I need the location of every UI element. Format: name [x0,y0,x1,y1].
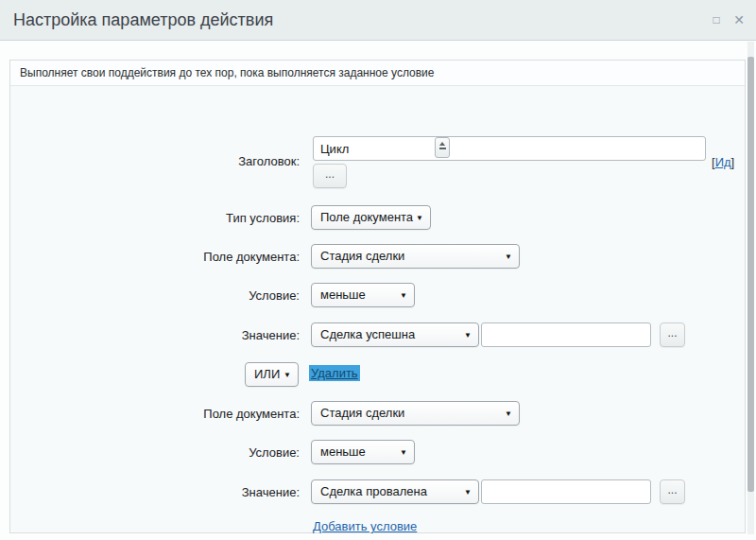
id-link-wrap: [Ид] [712,155,734,169]
cond2-field-label: Поле документа: [10,407,300,421]
cond1-field-value: Стадия сделки [320,249,404,263]
cond2-operator-select[interactable]: меньше▼ [311,440,415,464]
cond2-field-select[interactable]: Стадия сделки▼ [311,401,520,426]
arrow-up-icon [439,142,445,146]
insert-value-icon[interactable] [435,137,450,158]
vertical-scrollbar[interactable] [747,42,754,534]
cond1-field-select[interactable]: Стадия сделки▼ [311,244,520,269]
chevron-down-icon: ▼ [505,402,512,426]
header-label: Заголовок: [10,154,300,168]
settings-panel: Выполняет свои поддействия до тех пор, п… [9,60,746,533]
delete-condition-link[interactable]: Удалить [309,365,360,381]
header-input[interactable] [313,136,706,161]
chevron-down-icon: ▼ [464,323,472,347]
maximize-icon[interactable]: □ [707,0,726,40]
cond2-value-select-text: Сделка провалена [320,484,427,498]
chevron-down-icon: ▼ [416,206,423,230]
dialog-titlebar: Настройка параметров действия □ ✕ [0,0,756,41]
cond1-value-label: Значение: [10,328,300,342]
cond2-operator-value: меньше [320,444,366,459]
chevron-down-icon: ▼ [400,441,407,464]
cond2-field-value: Стадия сделки [320,406,404,420]
add-condition-link[interactable]: Добавить условие [313,519,417,533]
cond2-more-button[interactable]: ... [660,479,685,504]
id-link[interactable]: Ид [715,155,731,169]
chevron-down-icon: ▼ [505,245,512,269]
condition-type-select[interactable]: Поле документа▼ [311,205,431,230]
header-more-button[interactable]: ... [313,164,347,188]
joiner-select[interactable]: ИЛИ▼ [245,362,299,387]
cond2-value-select[interactable]: Сделка провалена▼ [311,479,479,504]
condition-type-value: Поле документа [320,210,413,224]
chevron-down-icon: ▼ [284,363,291,387]
close-icon[interactable]: ✕ [730,0,748,40]
cond1-field-label: Поле документа: [10,250,300,264]
joiner-value: ИЛИ [254,367,280,381]
chevron-down-icon: ▼ [464,480,472,504]
id-bracket-close: ] [731,155,735,169]
chevron-down-icon: ▼ [400,284,407,307]
cond2-operator-label: Условие: [10,445,300,460]
cond1-value-input[interactable] [481,322,651,347]
action-description: Выполняет свои поддействия до тех пор, п… [10,61,745,86]
cond1-operator-label: Условие: [10,288,300,303]
cond1-more-button[interactable]: ... [660,322,685,347]
cond1-operator-value: меньше [320,287,366,302]
cond2-value-label: Значение: [10,485,300,499]
cond1-value-select-text: Сделка успешна [320,327,415,341]
cond1-value-select[interactable]: Сделка успешна▼ [311,322,479,347]
condition-type-label: Тип условия: [10,211,300,225]
cond2-value-input[interactable] [481,479,651,504]
dialog-title: Настройка параметров действия [13,0,273,40]
scrollbar-thumb[interactable] [747,57,754,492]
cond1-operator-select[interactable]: меньше▼ [311,283,415,307]
